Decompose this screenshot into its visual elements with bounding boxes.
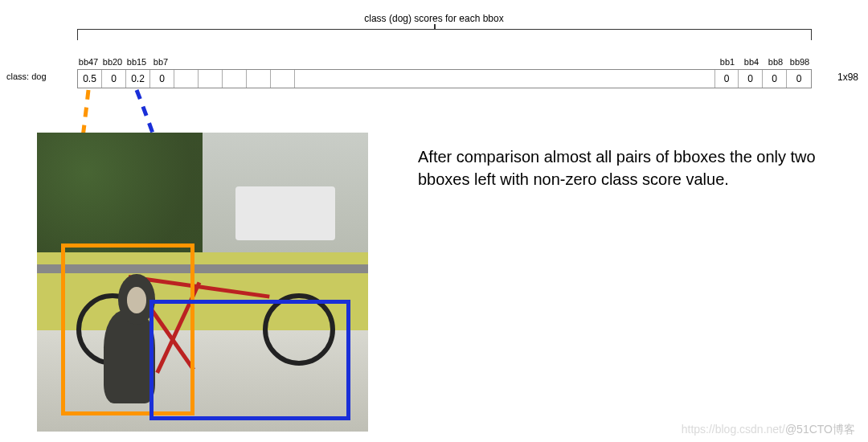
cell-empty-2 — [199, 70, 223, 88]
cell-empty-3 — [223, 70, 247, 88]
explanation-text: After comparison almost all pairs of bbo… — [418, 145, 852, 190]
cell-bb15: 0.2 — [126, 70, 150, 88]
cell-empty-4 — [247, 70, 271, 88]
class-label: class: dog — [6, 72, 47, 81]
bracket-bar — [77, 29, 812, 40]
cell-bb7: 0 — [150, 70, 174, 88]
watermark-51cto: @51CTO博客 — [785, 423, 855, 436]
cell-bb47: 0.5 — [78, 70, 102, 88]
bb-label-98: bb98 — [790, 57, 809, 67]
score-array: 0.5 0 0.2 0 0 0 0 0 — [77, 69, 812, 88]
cell-bb4: 0 — [739, 70, 763, 88]
header-label: class (dog) scores for each bbox — [0, 13, 868, 24]
bb-label-20: bb20 — [103, 57, 122, 67]
array-gap — [295, 70, 714, 88]
bb-label-7: bb7 — [154, 57, 168, 67]
watermark: https://blog.csdn.net/@51CTO博客 — [682, 423, 855, 437]
dim-label: 1x98 — [837, 72, 858, 83]
cell-bb8: 0 — [763, 70, 787, 88]
image-panel — [37, 133, 368, 432]
bb-label-1: bb1 — [720, 57, 735, 67]
van-shape — [235, 186, 335, 240]
cell-bb98: 0 — [787, 70, 811, 88]
bb-label-8: bb8 — [768, 57, 783, 67]
bb-label-47: bb47 — [79, 57, 98, 67]
bb-label-4: bb4 — [744, 57, 759, 67]
cell-empty-5 — [271, 70, 295, 88]
cell-empty-1 — [174, 70, 199, 88]
cell-bb20: 0 — [102, 70, 126, 88]
watermark-csdn: https://blog.csdn.net/ — [682, 423, 785, 436]
cell-bb1: 0 — [714, 70, 739, 88]
bb-label-15: bb15 — [127, 57, 146, 67]
bbox-blue — [149, 300, 350, 420]
